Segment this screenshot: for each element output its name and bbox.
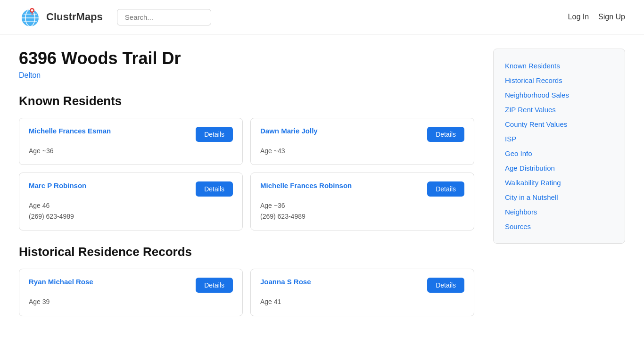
sidebar-item-county-rent-values[interactable]: County Rent Values [505, 117, 613, 132]
svg-point-6 [31, 9, 33, 12]
resident-info: Age 46 (269) 623-4989 [29, 200, 233, 222]
card-header: Michelle Frances Robinson Details [260, 181, 464, 197]
login-button[interactable]: Log In [568, 13, 589, 21]
resident-age: Age 41 [260, 296, 464, 307]
logo-icon [19, 6, 41, 28]
sidebar: Known Residents Historical Records Neigh… [493, 49, 625, 330]
resident-card: Dawn Marie Jolly Details Age ~43 [250, 118, 474, 165]
sidebar-item-geo-info[interactable]: Geo Info [505, 146, 613, 161]
header-left: ClustrMaps [19, 6, 211, 28]
resident-name[interactable]: Ryan Michael Rose [29, 278, 93, 286]
resident-card: Michelle Frances Esman Details Age ~36 [19, 118, 243, 165]
card-header: Joanna S Rose Details [260, 278, 464, 293]
resident-name[interactable]: Joanna S Rose [260, 278, 311, 286]
known-residents-grid: Michelle Frances Esman Details Age ~36 D… [19, 118, 474, 230]
resident-card: Joanna S Rose Details Age 41 [250, 269, 474, 316]
card-header: Ryan Michael Rose Details [29, 278, 233, 293]
resident-age: Age ~36 [260, 200, 464, 211]
resident-phone: (269) 623-4989 [260, 211, 464, 222]
header-right: Log In Sign Up [568, 13, 625, 21]
search-input[interactable] [117, 9, 211, 25]
sidebar-item-sources[interactable]: Sources [505, 219, 613, 234]
main-content: 6396 Woods Trail Dr Delton Known Residen… [19, 49, 474, 330]
address-title: 6396 Woods Trail Dr [19, 49, 474, 68]
sidebar-item-walkability-rating[interactable]: Walkability Rating [505, 175, 613, 190]
sidebar-item-age-distribution[interactable]: Age Distribution [505, 161, 613, 175]
details-button[interactable]: Details [427, 278, 464, 293]
resident-card: Michelle Frances Robinson Details Age ~3… [250, 173, 474, 230]
details-button[interactable]: Details [196, 127, 233, 142]
resident-age: Age ~36 [29, 146, 233, 156]
resident-card: Marc P Robinson Details Age 46 (269) 623… [19, 173, 243, 230]
resident-name[interactable]: Michelle Frances Esman [29, 127, 111, 135]
resident-info: Age ~36 (269) 623-4989 [260, 200, 464, 222]
known-residents-title: Known Residents [19, 94, 474, 108]
card-header: Michelle Frances Esman Details [29, 127, 233, 142]
address-city[interactable]: Delton [19, 71, 474, 80]
resident-phone: (269) 623-4989 [29, 211, 233, 222]
sidebar-item-neighborhood-sales[interactable]: Neighborhood Sales [505, 88, 613, 102]
signup-button[interactable]: Sign Up [598, 13, 625, 21]
historical-records-title: Historical Residence Records [19, 245, 474, 259]
details-button[interactable]: Details [427, 181, 464, 197]
site-header: ClustrMaps Log In Sign Up [0, 0, 644, 34]
sidebar-nav: Known Residents Historical Records Neigh… [493, 49, 625, 244]
page-container: 6396 Woods Trail Dr Delton Known Residen… [0, 34, 644, 345]
logo-text: ClustrMaps [46, 11, 103, 23]
sidebar-item-historical-records[interactable]: Historical Records [505, 73, 613, 88]
resident-name[interactable]: Dawn Marie Jolly [260, 127, 318, 135]
resident-age: Age ~43 [260, 146, 464, 156]
historical-records-grid: Ryan Michael Rose Details Age 39 Joanna … [19, 269, 474, 316]
sidebar-item-neighbors[interactable]: Neighbors [505, 205, 613, 219]
resident-age: Age 39 [29, 296, 233, 307]
sidebar-item-zip-rent-values[interactable]: ZIP Rent Values [505, 102, 613, 117]
resident-age: Age 46 [29, 200, 233, 211]
card-header: Dawn Marie Jolly Details [260, 127, 464, 142]
resident-card: Ryan Michael Rose Details Age 39 [19, 269, 243, 316]
card-header: Marc P Robinson Details [29, 181, 233, 197]
sidebar-item-city-in-a-nutshell[interactable]: City in a Nutshell [505, 190, 613, 205]
resident-name[interactable]: Michelle Frances Robinson [260, 181, 352, 189]
details-button[interactable]: Details [196, 181, 233, 197]
sidebar-item-known-residents[interactable]: Known Residents [505, 58, 613, 73]
resident-name[interactable]: Marc P Robinson [29, 181, 86, 189]
details-button[interactable]: Details [427, 127, 464, 142]
details-button[interactable]: Details [196, 278, 233, 293]
sidebar-item-isp[interactable]: ISP [505, 132, 613, 146]
